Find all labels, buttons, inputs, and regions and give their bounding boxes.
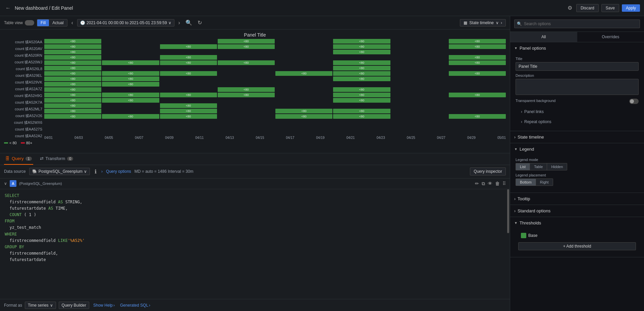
query-options-link[interactable]: Query options	[106, 169, 131, 174]
chart-cell[interactable]: <80	[44, 98, 101, 103]
chart-cell[interactable]	[218, 50, 275, 54]
zoom-button[interactable]: 🔍	[184, 18, 194, 27]
chart-cell[interactable]: <80	[449, 55, 506, 60]
standard-options-section[interactable]: › Standard options	[510, 205, 644, 217]
chart-cell[interactable]	[449, 50, 506, 54]
chart-cell[interactable]: <80	[218, 60, 275, 65]
chart-cell[interactable]	[218, 71, 275, 76]
chart-cell[interactable]	[391, 76, 448, 81]
chart-cell[interactable]	[275, 60, 332, 65]
chart-cell[interactable]: <80	[333, 87, 390, 92]
chart-cell[interactable]: <80	[333, 98, 390, 103]
chart-cell[interactable]: <80	[44, 93, 101, 97]
chart-cell[interactable]: <80	[275, 71, 332, 76]
chart-cell[interactable]	[391, 93, 448, 97]
chart-cell[interactable]	[333, 103, 390, 108]
chart-cell[interactable]	[391, 98, 448, 103]
datasource-info-button[interactable]: ℹ	[93, 167, 98, 176]
chart-cell[interactable]	[102, 87, 159, 92]
chart-cell[interactable]	[391, 44, 448, 49]
chart-cell[interactable]	[218, 98, 275, 103]
chart-cell[interactable]: <80	[160, 60, 217, 65]
chart-cell[interactable]: <80	[333, 114, 390, 119]
chart-cell[interactable]	[449, 87, 506, 92]
chart-cell[interactable]: <80	[44, 71, 101, 76]
chart-cell[interactable]: <80	[44, 87, 101, 92]
chart-cell[interactable]: <80	[333, 76, 390, 81]
chart-cell[interactable]	[275, 82, 332, 87]
chart-cell[interactable]: <80	[44, 76, 101, 81]
tab-all[interactable]: All	[510, 32, 577, 42]
description-input[interactable]	[516, 79, 639, 95]
fill-button[interactable]: Fill	[37, 19, 49, 26]
chart-cell[interactable]	[102, 103, 159, 108]
chart-cell[interactable]: <80	[102, 76, 159, 81]
chart-cell[interactable]: <80	[449, 93, 506, 97]
legend-mode-table[interactable]: Table	[530, 163, 547, 170]
chart-cell[interactable]: <80	[333, 71, 390, 76]
chart-cell[interactable]	[449, 109, 506, 113]
chart-cell[interactable]	[449, 82, 506, 87]
chart-cell[interactable]	[160, 76, 217, 81]
sql-scrollbar[interactable]	[507, 189, 509, 299]
chart-cell[interactable]: <80	[160, 93, 217, 97]
query-builder-button[interactable]: Query Builder	[59, 302, 89, 309]
chart-cell[interactable]: <80	[160, 103, 217, 108]
chart-cell[interactable]: <80	[449, 44, 506, 49]
chart-cell[interactable]	[333, 55, 390, 60]
chart-cell[interactable]: <80	[333, 50, 390, 54]
chart-cell[interactable]: <80	[218, 44, 275, 49]
chart-cell[interactable]: <80	[44, 60, 101, 65]
chart-cell[interactable]	[275, 93, 332, 97]
chart-cell[interactable]: <80	[44, 55, 101, 60]
search-input[interactable]	[514, 19, 640, 28]
thresholds-header[interactable]: ▼ Thresholds	[510, 217, 644, 229]
chart-cell[interactable]: <80	[449, 60, 506, 65]
chart-cell[interactable]	[160, 50, 217, 54]
chart-cell[interactable]: <80	[333, 39, 390, 44]
chart-cell[interactable]	[275, 103, 332, 108]
legend-placement-right[interactable]: Right	[536, 178, 553, 186]
chart-cell[interactable]	[391, 39, 448, 44]
chart-cell[interactable]	[218, 109, 275, 113]
repeat-options-link[interactable]: › Repeat options	[516, 117, 639, 127]
chart-cell[interactable]: <80	[218, 39, 275, 44]
chart-cell[interactable]	[218, 103, 275, 108]
chart-cell[interactable]: <80	[44, 103, 101, 108]
legend-mode-hidden[interactable]: Hidden	[547, 163, 567, 170]
chart-cell[interactable]: <80	[160, 109, 217, 113]
chart-cell[interactable]	[160, 98, 217, 103]
chart-cell[interactable]	[275, 50, 332, 54]
chart-cell[interactable]	[218, 114, 275, 119]
chart-cell[interactable]	[391, 55, 448, 60]
refresh-button[interactable]: ↻	[196, 18, 203, 27]
chart-cell[interactable]: <80	[44, 44, 101, 49]
chart-cell[interactable]	[275, 87, 332, 92]
chart-cell[interactable]	[275, 55, 332, 60]
chart-cell[interactable]	[449, 66, 506, 70]
chart-cell[interactable]: <80	[160, 114, 217, 119]
tab-transform[interactable]: ⇄ Transform 0	[39, 153, 75, 165]
generated-sql-button[interactable]: Generated SQL ›	[119, 302, 152, 309]
panel-options-header[interactable]: ▼ Panel options	[510, 42, 644, 54]
chart-cell[interactable]: <80	[44, 114, 101, 119]
sql-editor[interactable]: SELECT firstrecommendfield AS STRING, fu…	[0, 189, 510, 299]
chart-cell[interactable]	[275, 44, 332, 49]
nav-left-button[interactable]: ‹	[70, 18, 74, 27]
chart-cell[interactable]	[275, 98, 332, 103]
chart-cell[interactable]	[391, 87, 448, 92]
chart-cell[interactable]	[275, 76, 332, 81]
edit-query-button[interactable]: ✏	[475, 181, 479, 187]
query-collapse-chevron[interactable]: ∨	[4, 181, 7, 186]
chart-cell[interactable]	[218, 82, 275, 87]
legend-placement-bottom[interactable]: Bottom	[516, 178, 536, 186]
chart-cell[interactable]	[102, 44, 159, 49]
chart-cell[interactable]: <80	[102, 71, 159, 76]
chart-cell[interactable]: <80	[333, 66, 390, 70]
chart-cell[interactable]: <80	[44, 66, 101, 70]
chart-cell[interactable]	[333, 82, 390, 87]
chart-cell[interactable]: <80	[449, 71, 506, 76]
chart-cell[interactable]	[275, 66, 332, 70]
chart-cell[interactable]: <80	[102, 114, 159, 119]
chart-cell[interactable]	[160, 87, 217, 92]
